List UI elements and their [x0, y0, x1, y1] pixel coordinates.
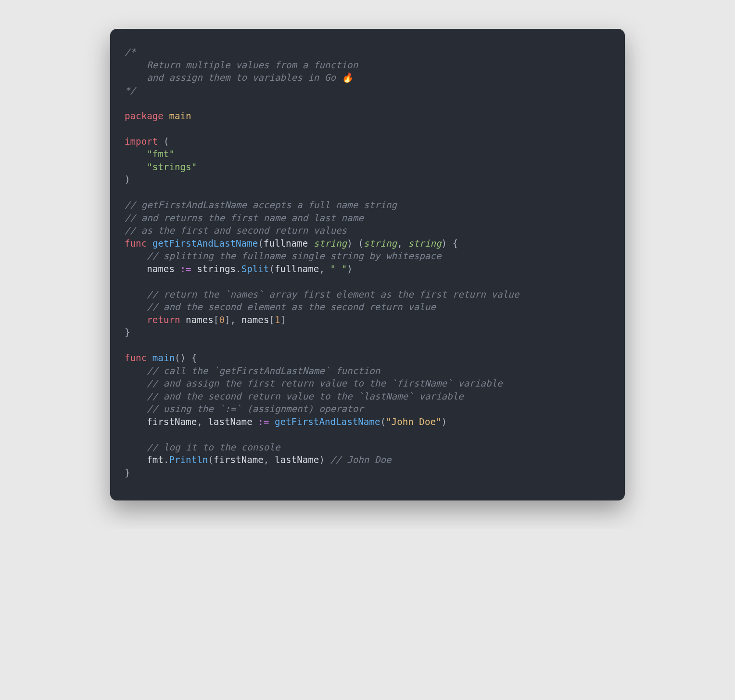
- paren-open: (: [175, 352, 180, 363]
- bracket-close: ]: [280, 314, 286, 325]
- paren-open: (: [380, 416, 386, 427]
- paren-close: ): [180, 352, 186, 363]
- dot: .: [236, 263, 241, 275]
- ident-fullname: fullname: [275, 263, 319, 275]
- num-0: 0: [219, 314, 225, 325]
- ident-fmt: fmt: [147, 454, 164, 465]
- brace-close: }: [125, 467, 130, 478]
- comment-line: // and the second return value to the `l…: [147, 391, 463, 402]
- comment-line: // return the `names` array first elemen…: [147, 289, 519, 300]
- paren-open: (: [358, 238, 364, 249]
- ident-firstname: firstName: [214, 454, 264, 465]
- param-name: fullname: [264, 238, 308, 249]
- comma: ,: [197, 416, 203, 427]
- import-fmt: "fmt": [147, 149, 175, 160]
- paren-open: (: [208, 454, 214, 465]
- string-space: " ": [330, 263, 347, 275]
- comma: ,: [319, 263, 325, 275]
- paren-open: (: [258, 238, 264, 249]
- comment-block-open: /*: [125, 47, 136, 58]
- call-getfl: getFirstAndLastName: [275, 416, 380, 427]
- ident-lastname: lastName: [208, 416, 252, 427]
- paren-close: ): [347, 238, 353, 249]
- comment-line: // getFirstAndLastName accepts a full na…: [125, 200, 397, 211]
- comment-line: // as the first and second return values: [125, 225, 347, 236]
- ident-names: names: [241, 314, 269, 325]
- ident-lastname: lastName: [275, 454, 319, 465]
- comma: ,: [230, 314, 236, 325]
- comment-line: // log it to the console: [147, 442, 280, 453]
- func-main: main: [152, 352, 175, 363]
- comment-block-close: */: [125, 85, 136, 96]
- keyword-package: package: [125, 111, 164, 122]
- paren-open: (: [164, 136, 169, 147]
- code-card: /* Return multiple values from a functio…: [110, 29, 625, 500]
- ident-firstname: firstName: [147, 416, 197, 427]
- dot: .: [164, 454, 169, 465]
- op-decl: :=: [180, 263, 191, 275]
- op-decl: :=: [258, 416, 269, 427]
- comment-line: // and returns the first name and last n…: [125, 212, 364, 224]
- ident-strings: strings: [197, 263, 236, 275]
- comment-line: // call the `getFirstAndLastName` functi…: [147, 365, 380, 376]
- comma: ,: [264, 454, 269, 465]
- brace-open: {: [453, 238, 458, 249]
- comment-line: // splitting the fullname single string …: [147, 250, 441, 262]
- call-println: Println: [169, 454, 208, 465]
- keyword-return: return: [147, 314, 180, 325]
- paren-close: ): [319, 454, 325, 465]
- comment-line: // and assign the first return value to …: [147, 378, 502, 389]
- paren-open: (: [269, 263, 275, 275]
- import-strings: "strings": [147, 162, 197, 173]
- keyword-func: func: [125, 352, 147, 363]
- comment-line: // using the `:=` (assignment) operator: [147, 403, 364, 414]
- func-name: getFirstAndLastName: [152, 238, 258, 249]
- num-1: 1: [275, 314, 280, 325]
- type-string: string: [314, 238, 347, 249]
- code-block: /* Return multiple values from a functio…: [125, 46, 610, 479]
- ident-names: names: [147, 263, 175, 275]
- comment-line: // and the second element as the second …: [147, 301, 436, 312]
- paren-close: ): [442, 238, 447, 249]
- bracket-close: ]: [225, 314, 230, 325]
- paren-close: ): [125, 174, 130, 185]
- package-name: main: [169, 111, 191, 122]
- comment-line: and assign them to variables in Go 🔥: [125, 72, 353, 83]
- type-string: string: [408, 238, 441, 249]
- call-split: Split: [241, 263, 269, 275]
- comment-line: Return multiple values from a function: [125, 60, 358, 71]
- comma: ,: [397, 238, 403, 249]
- brace-close: }: [125, 327, 130, 338]
- type-string: string: [364, 238, 397, 249]
- keyword-func: func: [125, 238, 147, 249]
- brace-open: {: [191, 352, 197, 363]
- bracket-open: [: [269, 314, 275, 325]
- keyword-import: import: [125, 136, 158, 147]
- string-johndoe: "John Doe": [386, 416, 442, 427]
- bracket-open: [: [214, 314, 219, 325]
- comment-line: // John Doe: [330, 454, 392, 465]
- ident-names: names: [186, 314, 214, 325]
- paren-close: ): [442, 416, 447, 427]
- paren-close: ): [347, 263, 353, 275]
